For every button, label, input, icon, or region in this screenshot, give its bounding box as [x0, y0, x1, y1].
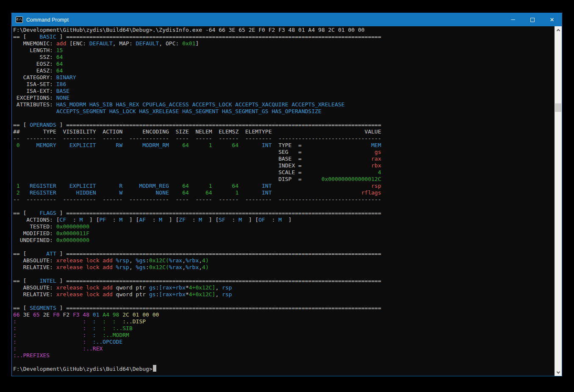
console-text: rsp: [222, 284, 232, 291]
maximize-button[interactable]: [523, 13, 542, 26]
console-line: MNEMONIC:add[ENC:DEFAULT, MAP:DEFAULT, O…: [13, 40, 555, 47]
console-text: 4: [202, 257, 205, 264]
console-text: gs: [149, 284, 156, 291]
console-text: ]: [60, 278, 63, 284]
console-line: 1REGISTEREXPLICITRMODRM_REG64164INTrsp: [13, 183, 555, 189]
console-text: I86: [56, 81, 66, 88]
cmd-icon: C:\: [16, 17, 23, 23]
console-text: == [: [13, 33, 26, 40]
console-line: LENGTH:15: [13, 47, 555, 54]
console-text: add: [56, 40, 66, 47]
console-text: (: [166, 257, 169, 264]
console-text: 4: [378, 169, 381, 176]
console-text: MEMORY: [36, 142, 56, 149]
console-text: 1: [209, 142, 212, 149]
console-text: ,: [182, 257, 186, 264]
console-text: :..OPCODE: [93, 339, 122, 345]
console-text: gs: [149, 291, 156, 298]
console-text: ]: [169, 217, 172, 223]
console-text: ,: [199, 264, 202, 271]
console-text: R: [119, 183, 122, 189]
console-text: xrelease lock add: [56, 257, 113, 264]
console-line: ::::..MODRM: [13, 332, 555, 339]
console-text: 0: [17, 142, 20, 149]
console-text: , MAP:: [113, 40, 133, 47]
console-text: 0x00000000: [56, 223, 89, 230]
scrollbar-thumb[interactable]: [555, 103, 561, 112]
console-text: 65: [33, 311, 40, 318]
console-text: INT: [262, 142, 272, 149]
console-text: ,: [129, 257, 133, 264]
console-text: :: [13, 318, 17, 325]
console-text: :: [156, 284, 159, 291]
console-line: [13, 271, 555, 278]
console-text: :: [83, 325, 86, 332]
console-text: :: [93, 332, 96, 339]
titlebar[interactable]: C:\ Command Prompt ✕: [12, 13, 562, 26]
console-line: == [INTEL]==============================…: [13, 278, 555, 284]
console-text: M: [238, 217, 242, 223]
console-text: == [: [13, 250, 26, 257]
console-text: ]: [129, 217, 133, 223]
console-text: ]: [60, 210, 63, 217]
console-line: -- --------- ---------- ------ ---------…: [13, 135, 555, 142]
console-output: F:\Development\GitHub\zydis\Build64\Debu…: [13, 27, 555, 376]
console-text: PF: [99, 217, 106, 223]
scrollbar[interactable]: [555, 26, 562, 376]
console-line: EOSZ:64: [13, 61, 555, 67]
console-text: MODIFIED:: [23, 230, 53, 237]
console-text: EXPLICIT: [69, 142, 96, 149]
console-text: MNEMONIC:: [23, 40, 53, 47]
console-text: CF: [60, 217, 67, 223]
console-line: [13, 244, 555, 250]
maximize-icon: [530, 18, 535, 22]
console-text: rsp: [222, 291, 232, 298]
console-line: 663E652EF0F2F34801A4982C 01 00 00: [13, 311, 555, 318]
console-text: M: [119, 217, 122, 223]
console-line: 0MEMORYEXPLICITRWMODRM_RM64164INTTYPE =M…: [13, 142, 555, 149]
console-text: INT: [262, 189, 272, 196]
console-text: EXPLICIT: [69, 183, 96, 189]
close-button[interactable]: ✕: [542, 13, 562, 26]
scroll-down-button[interactable]: [555, 369, 562, 376]
console-text: RELATIVE:: [23, 264, 53, 271]
console-line: ACCEPTS_SEGMENT HAS_LOCK HAS_XRELEASE HA…: [13, 108, 555, 115]
console-text: F:\Development\GitHub\zydis\Build64\Debu…: [13, 27, 365, 33]
console-text: 64: [232, 142, 239, 149]
console-text: == [: [13, 210, 26, 217]
console-text: ========================================…: [66, 305, 381, 311]
console-text: 4+0x12C]: [189, 284, 216, 291]
console-text: :: [93, 318, 96, 325]
console-text: *: [186, 284, 189, 291]
console-text: (: [166, 264, 169, 271]
console-line: TESTED:0x00000000: [13, 223, 555, 230]
console-text: ZF: [179, 217, 186, 223]
console-text: %rsp: [116, 257, 129, 264]
console-text: 4+0x12C]: [189, 291, 216, 298]
scroll-up-button[interactable]: [555, 26, 562, 33]
caption-buttons: ✕: [503, 13, 562, 26]
console-text: ACCEPTS_SEGMENT HAS_LOCK HAS_XRELEASE HA…: [56, 108, 322, 115]
console-text: :: [113, 217, 116, 223]
console-line: ::::::..DISP: [13, 318, 555, 325]
console-line: == [SEGMENTS]===========================…: [13, 305, 555, 311]
console-text: :: [113, 318, 116, 325]
console-text: %rbx: [186, 264, 199, 271]
console-text: RELATIVE:: [23, 291, 53, 298]
console-text: ,: [215, 284, 219, 291]
minimize-button[interactable]: [503, 13, 523, 26]
console-text: MODRM_RM: [142, 142, 169, 149]
text-cursor: [153, 365, 156, 372]
console-text: ========================================…: [66, 122, 381, 128]
console-text: ]: [60, 33, 63, 40]
console-text: %rax: [169, 264, 182, 271]
console-text: 48: [83, 311, 89, 318]
console-line: INDEX =rbx: [13, 162, 555, 169]
console[interactable]: F:\Development\GitHub\zydis\Build64\Debu…: [12, 26, 562, 376]
console-text: SCALE =: [278, 169, 302, 176]
console-text: MEM: [371, 142, 381, 149]
console-text: ,: [129, 264, 133, 271]
console-text: :: [93, 325, 96, 332]
console-text: ========================================…: [66, 210, 381, 217]
console-text: HIDDEN: [76, 189, 96, 196]
